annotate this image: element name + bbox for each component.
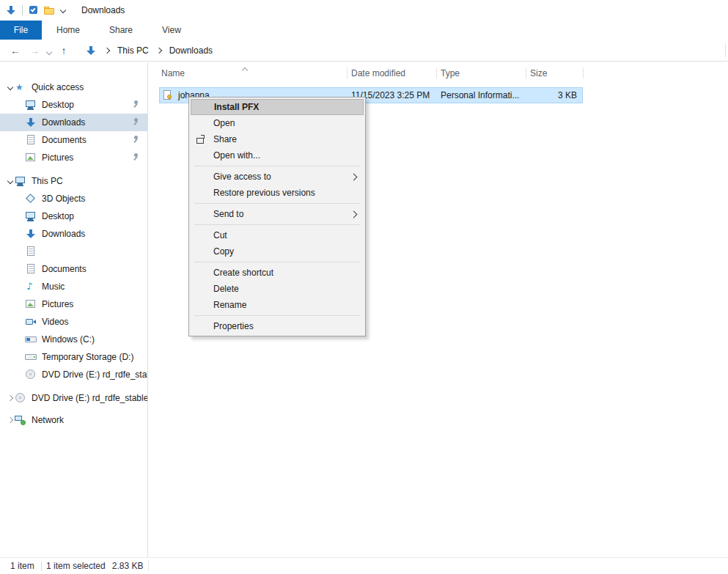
selection-count: 1 item selected [46, 561, 106, 571]
sidebar-item-desktop-pc[interactable]: Desktop [0, 207, 147, 225]
up-button[interactable]: ↑ [54, 40, 73, 62]
sidebar-item-temporary-storage-d[interactable]: Temporary Storage (D:) [0, 348, 147, 366]
picture-icon [25, 298, 37, 310]
tab-share[interactable]: Share [95, 21, 147, 40]
breadcrumb-chevron-icon[interactable] [103, 48, 111, 53]
file-type: Personal Informati... [436, 90, 526, 100]
menu-item-restore-previous-versions[interactable]: Restore previous versions [189, 185, 365, 201]
certificate-file-icon [162, 89, 174, 101]
item-count: 1 item [0, 561, 37, 571]
breadcrumb-this-pc[interactable]: This PC [117, 45, 149, 56]
network-icon [15, 414, 26, 426]
section-gap [0, 166, 147, 172]
sidebar-item-documents-pc[interactable]: Documents [0, 260, 147, 278]
sidebar-item-downloads-pc[interactable]: Downloads [0, 225, 147, 243]
video-camera-icon [25, 316, 37, 328]
sidebar-item-label: 3D Objects [42, 194, 85, 204]
menu-item-open-with[interactable]: Open with... [189, 147, 365, 163]
tab-file[interactable]: File [0, 21, 42, 40]
column-header-date-modified[interactable]: Date modified [347, 68, 436, 78]
column-divider[interactable] [436, 67, 437, 78]
column-header-name[interactable]: Name [149, 68, 347, 78]
menu-item-delete[interactable]: Delete [189, 281, 365, 297]
breadcrumb-chevron-icon[interactable] [155, 48, 163, 53]
sidebar-item-downloads[interactable]: Downloads [0, 114, 147, 131]
file-size: 3 KB [526, 90, 583, 100]
status-divider [148, 561, 149, 571]
navigation-bar: ← → ↑ This PC Downloads [0, 40, 728, 62]
sidebar-item-label: Documents [42, 135, 87, 145]
menu-item-label: Create shortcut [213, 265, 273, 281]
sidebar-item-network[interactable]: Network [0, 411, 147, 429]
column-headers: Name Date modified Type Size [149, 62, 728, 84]
sidebar-item-documents[interactable]: Documents [0, 131, 147, 149]
back-button[interactable]: ← [6, 40, 25, 62]
menu-item-label: Restore previous versions [213, 185, 315, 201]
share-icon [196, 134, 206, 144]
menu-item-label: Open [213, 115, 235, 131]
column-header-type[interactable]: Type [436, 68, 526, 78]
menu-item-label: Give access to [213, 169, 271, 185]
tab-view[interactable]: View [147, 21, 196, 40]
menu-separator [194, 224, 360, 225]
submenu-arrow-icon [351, 174, 356, 180]
sidebar-item-windows-c[interactable]: Windows (C:) [0, 331, 147, 348]
recent-locations-dropdown-icon[interactable] [44, 40, 54, 62]
sidebar-item-label: DVD Drive (E:) rd_rdfe_stable. [32, 393, 147, 403]
menu-item-open[interactable]: Open [189, 115, 365, 131]
sidebar-item-music[interactable]: Music [0, 278, 147, 295]
menu-item-rename[interactable]: Rename [189, 297, 365, 313]
menu-item-share[interactable]: Share [189, 131, 365, 147]
sidebar-item-unnamed[interactable] [0, 243, 147, 260]
sidebar-item-pictures-pc[interactable]: Pictures [0, 295, 147, 313]
chevron-right-icon[interactable] [6, 418, 15, 422]
sidebar-item-desktop[interactable]: Desktop [0, 96, 147, 114]
pin-icon [130, 134, 141, 146]
column-divider[interactable] [526, 67, 526, 78]
window-title: Downloads [81, 5, 125, 15]
forward-button[interactable]: → [25, 40, 44, 62]
column-header-size[interactable]: Size [526, 68, 583, 78]
sidebar-item-dvd-drive-root[interactable]: DVD Drive (E:) rd_rdfe_stable. [0, 389, 147, 407]
column-divider[interactable] [583, 67, 584, 78]
menu-item-label: Copy [213, 243, 234, 260]
column-divider[interactable] [347, 67, 348, 78]
menu-item-properties[interactable]: Properties [189, 318, 365, 334]
menu-item-label: Delete [213, 281, 239, 297]
properties-qat-icon[interactable] [28, 4, 40, 16]
sort-ascending-icon [243, 65, 247, 75]
submenu-arrow-icon [351, 212, 356, 217]
sidebar-item-pictures[interactable]: Pictures [0, 149, 147, 166]
this-pc-icon [15, 175, 26, 187]
menu-item-create-shortcut[interactable]: Create shortcut [189, 265, 365, 281]
breadcrumb-downloads[interactable]: Downloads [169, 45, 213, 56]
menu-item-install-pfx[interactable]: Install PFX [191, 99, 364, 115]
sidebar-item-dvd-drive-e[interactable]: DVD Drive (E:) rd_rdfe_stable [0, 366, 147, 383]
qat-separator [22, 5, 23, 15]
sidebar-item-label: DVD Drive (E:) rd_rdfe_stable [42, 369, 147, 380]
menu-item-copy[interactable]: Copy [189, 243, 365, 260]
menu-separator [194, 166, 360, 166]
new-folder-qat-icon[interactable] [43, 4, 55, 16]
document-icon [25, 246, 37, 257]
sidebar-item-label: Quick access [32, 82, 84, 92]
sidebar-item-3d-objects[interactable]: 3D Objects [0, 190, 147, 207]
menu-item-send-to[interactable]: Send to [189, 206, 365, 222]
sidebar-item-this-pc[interactable]: This PC [0, 172, 147, 190]
sidebar-item-label: Music [42, 282, 65, 292]
sidebar-item-quick-access[interactable]: Quick access [0, 78, 147, 96]
sidebar-item-videos[interactable]: Videos [0, 313, 147, 331]
column-header-label: Name [161, 68, 185, 78]
menu-item-label: Cut [213, 227, 227, 243]
downloads-icon [25, 117, 37, 128]
qat-dropdown-icon[interactable] [59, 8, 67, 12]
titlebar: Downloads [0, 0, 728, 21]
menu-item-cut[interactable]: Cut [189, 227, 365, 243]
tab-home[interactable]: Home [42, 21, 95, 40]
menu-item-give-access-to[interactable]: Give access to [189, 169, 365, 185]
chevron-right-icon[interactable] [6, 396, 15, 400]
chevron-down-icon[interactable] [6, 85, 15, 89]
chevron-down-icon[interactable] [6, 179, 15, 183]
pin-icon [130, 117, 141, 128]
quick-access-star-icon [15, 81, 26, 93]
